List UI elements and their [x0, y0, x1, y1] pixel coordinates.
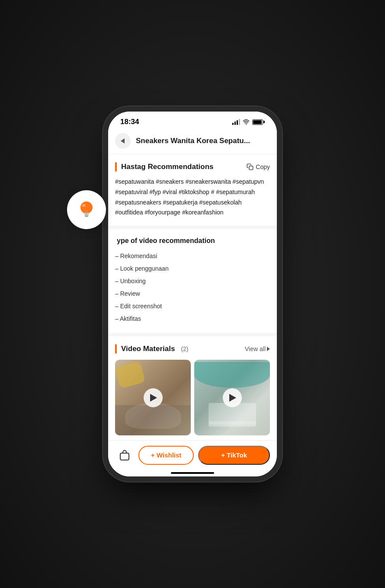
battery-icon	[252, 119, 265, 125]
tiktok-label: + TikTok	[221, 451, 247, 459]
list-item: – Rekomendasi	[115, 250, 270, 262]
svg-rect-8	[249, 166, 253, 170]
video-materials-header: Video Materials (2) View all	[115, 344, 270, 354]
play-triangle-icon	[150, 394, 157, 402]
svg-point-7	[246, 124, 247, 125]
hashtag-text: #sepatuwanita #sneakers #sneakerswanita …	[115, 177, 270, 218]
list-item: – Unboxing	[115, 275, 270, 288]
hashtag-section: Hastag Recommendations Copy #sepatuwanit…	[108, 154, 277, 226]
view-all-button[interactable]: View all	[245, 345, 270, 352]
home-indicator	[171, 472, 214, 474]
video-type-list: – Rekomendasi – Look penggunaan – Unboxi…	[115, 250, 270, 325]
list-item: – Edit screenshot	[115, 300, 270, 313]
back-chevron-icon	[121, 138, 125, 144]
copy-button[interactable]: Copy	[247, 163, 270, 170]
wishlist-label: + Wishlist	[151, 451, 181, 459]
tiktok-button[interactable]: + TikTok	[198, 446, 270, 465]
view-all-label: View all	[245, 345, 266, 352]
video-thumbnail-2[interactable]	[194, 360, 270, 435]
decorative-teal-cloth	[194, 362, 270, 388]
video-grid	[115, 360, 270, 435]
section-title-wrap: Hastag Recommendations	[115, 162, 214, 172]
status-bar: 18:34	[108, 112, 277, 130]
bottom-action-bar: + Wishlist + TikTok	[108, 440, 277, 476]
back-button[interactable]	[115, 133, 131, 149]
page-title: Sneakers Wanita Korea Sepatu...	[136, 137, 270, 145]
wishlist-button[interactable]: + Wishlist	[138, 446, 194, 465]
svg-rect-9	[120, 453, 129, 460]
floating-bulb-icon	[67, 190, 106, 229]
video-type-section: ype of video recommendation – Rekomendas…	[108, 229, 277, 333]
list-item: – Review	[115, 288, 270, 300]
list-item: – Look penggunaan	[115, 262, 270, 275]
svg-point-0	[80, 201, 93, 214]
copy-label: Copy	[256, 163, 270, 170]
decorative-pillow	[115, 361, 145, 389]
video-materials-section: Video Materials (2) View all	[108, 336, 277, 441]
nav-bar: Sneakers Wanita Korea Sepatu...	[108, 130, 277, 154]
section-title-wrap-2: Video Materials (2)	[115, 344, 189, 354]
orange-accent-bar	[115, 162, 117, 172]
chevron-right-icon	[267, 347, 270, 351]
list-item: – Aktifitas	[115, 313, 270, 325]
svg-rect-3	[84, 214, 89, 216]
bag-icon	[119, 449, 131, 461]
orange-accent-bar-2	[115, 344, 117, 354]
play-button-2[interactable]	[223, 388, 242, 407]
bag-button[interactable]	[115, 446, 134, 465]
video-type-title: ype of video recommendation	[115, 237, 270, 245]
copy-icon	[247, 163, 253, 170]
hashtag-section-header: Hastag Recommendations Copy	[115, 162, 270, 172]
video-count-badge: (2)	[181, 345, 188, 352]
content-scroll[interactable]: Hastag Recommendations Copy #sepatuwanit…	[108, 154, 277, 441]
phone-frame: 18:34	[108, 112, 277, 476]
play-button-1[interactable]	[144, 388, 163, 407]
video-materials-title: Video Materials	[121, 345, 175, 353]
hashtag-section-title: Hastag Recommendations	[121, 163, 214, 171]
play-triangle-icon-2	[229, 394, 236, 402]
signal-icon	[232, 119, 240, 125]
wifi-icon	[243, 119, 250, 125]
svg-rect-4	[85, 216, 88, 217]
status-icons	[232, 119, 265, 125]
status-time: 18:34	[120, 118, 139, 126]
video-thumbnail-1[interactable]	[115, 360, 191, 435]
